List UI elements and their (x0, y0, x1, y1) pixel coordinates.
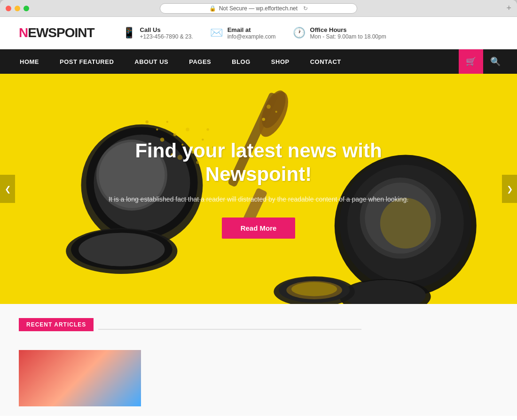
hero-text-content: Find your latest news with Newspoint! It… (0, 139, 517, 239)
nav-home[interactable]: HOME (9, 49, 49, 74)
svg-point-27 (262, 118, 265, 121)
website-content: NEWSPOINT 📱 Call Us +123-456-7890 & 23. … (0, 17, 517, 420)
nav-pages[interactable]: PAGES (179, 49, 221, 74)
thumbnail-image (19, 350, 141, 406)
cart-icon: 🛒 (466, 56, 476, 67)
minimize-button[interactable] (15, 6, 20, 11)
search-icon: 🔍 (490, 56, 501, 67)
svg-point-12 (186, 128, 189, 132)
article-thumbnail (19, 350, 141, 406)
office-label: Office Hours (310, 26, 386, 33)
svg-point-19 (206, 128, 209, 131)
article-cards-container (19, 350, 498, 406)
svg-point-13 (156, 128, 158, 130)
url-text: Not Secure — wp.efforttech.net (219, 5, 298, 12)
hero-slider: Find your latest news with Newspoint! It… (0, 74, 517, 304)
svg-point-15 (166, 121, 168, 123)
phone-icon: 📱 (123, 27, 135, 39)
email-label: Email at (227, 26, 276, 33)
clock-icon: 🕐 (293, 27, 306, 39)
article-card[interactable] (19, 350, 141, 406)
nav-shop[interactable]: SHOP (261, 49, 300, 74)
recent-articles-section: RECENT ARTICLES (0, 304, 517, 416)
email-value: info@example.com (227, 33, 276, 40)
logo-text: EWSPOINT (28, 25, 94, 40)
search-button[interactable]: 🔍 (483, 49, 508, 74)
nav-items: HOME POST FEATURED ABOUT US PAGES BLOG S… (9, 49, 459, 74)
browser-window: 🔒 Not Secure — wp.efforttech.net ↻ + NEW… (0, 0, 517, 420)
nav-post-featured[interactable]: POST FEATURED (49, 49, 124, 74)
window-controls (6, 6, 29, 11)
top-bar: NEWSPOINT 📱 Call Us +123-456-7890 & 23. … (0, 17, 517, 49)
nav-blog[interactable]: BLOG (221, 49, 261, 74)
chevron-right-icon: ❯ (507, 185, 513, 194)
svg-point-29 (266, 105, 271, 109)
refresh-icon[interactable]: ↻ (303, 5, 308, 12)
phone-contact: 📱 Call Us +123-456-7890 & 23. (123, 26, 193, 40)
close-button[interactable] (6, 6, 11, 11)
nav-contact[interactable]: CONTACT (300, 49, 352, 74)
site-logo[interactable]: NEWSPOINT (19, 25, 94, 40)
hero-title: Find your latest news with Newspoint! (94, 139, 423, 187)
browser-titlebar: 🔒 Not Secure — wp.efforttech.net ↻ + (0, 0, 517, 17)
recent-articles-label: RECENT ARTICLES (19, 318, 94, 331)
nav-actions: 🛒 🔍 (459, 49, 508, 74)
contact-info-bar: 📱 Call Us +123-456-7890 & 23. ✉️ Email a… (123, 26, 386, 40)
main-navbar: HOME POST FEATURED ABOUT US PAGES BLOG S… (0, 49, 517, 74)
svg-point-10 (173, 133, 176, 136)
slider-previous-button[interactable]: ❮ (0, 175, 15, 203)
hero-read-more-button[interactable]: Read More (222, 218, 296, 239)
hours-contact: 🕐 Office Hours Mon - Sat: 9.00am to 18.0… (293, 26, 386, 40)
svg-point-14 (146, 120, 149, 123)
call-label: Call Us (140, 26, 193, 33)
svg-point-28 (275, 111, 277, 113)
office-value: Mon - Sat: 9.00am to 18.00pm (310, 33, 386, 40)
chevron-left-icon: ❮ (5, 185, 11, 194)
call-value: +123-456-7890 & 23. (140, 33, 193, 40)
lock-icon: 🔒 (209, 5, 216, 12)
nav-about-us[interactable]: ABOUT US (124, 49, 179, 74)
svg-point-41 (291, 282, 337, 296)
recent-divider (98, 329, 361, 330)
slider-next-button[interactable]: ❯ (502, 175, 517, 203)
email-contact: ✉️ Email at info@example.com (210, 26, 276, 40)
email-icon: ✉️ (210, 27, 223, 39)
logo-highlight: N (19, 25, 28, 40)
cart-button[interactable]: 🛒 (459, 49, 483, 74)
new-tab-button[interactable]: + (506, 3, 511, 13)
maximize-button[interactable] (24, 6, 29, 11)
hero-subtitle: It is a long established fact that a rea… (94, 194, 423, 204)
address-bar[interactable]: 🔒 Not Secure — wp.efforttech.net ↻ (160, 3, 357, 14)
